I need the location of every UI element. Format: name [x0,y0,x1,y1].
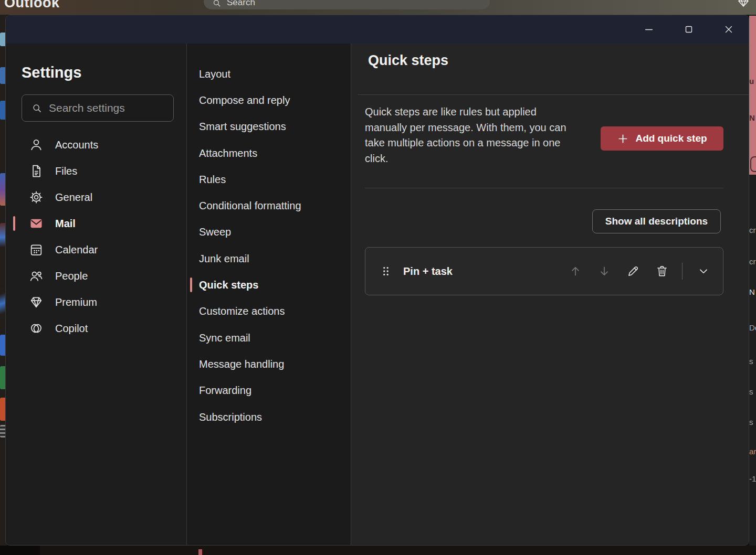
global-search-bar[interactable]: Search [204,0,490,9]
nav-item-label: Attachments [199,147,257,159]
maximize-icon [683,24,695,35]
nav-item-label: Forwarding [199,385,251,397]
clipped-text-fragment: De [749,323,756,332]
nav-item-label: Customize actions [199,305,285,317]
chevron-down-icon [697,264,710,278]
move-down-button[interactable] [596,263,612,279]
minimize-button[interactable] [636,19,662,40]
clipped-text-fragment: cr [749,226,756,234]
background-bottom-strip [0,546,756,555]
settings-categories: Accounts Files General [6,132,186,341]
quick-step-name: Pin + task [403,265,453,278]
nav-item-smart-suggestions[interactable]: Smart suggestions [187,114,351,140]
arrow-up-icon [569,264,582,278]
settings-dialog: Settings Accounts [5,15,749,546]
minimize-icon [643,24,655,35]
edit-button[interactable] [625,263,641,279]
nav-item-customize-actions[interactable]: Customize actions [187,298,351,325]
page-title: Quick steps [368,52,448,69]
sidebar-item-label: Copilot [55,323,88,335]
expand-button[interactable] [696,263,711,279]
clipped-button-fragment [750,156,756,172]
sidebar-item-label: Premium [55,296,97,308]
pencil-icon [626,264,640,278]
dialog-title-bar [6,15,749,44]
clipped-text-fragment: -1 [749,474,756,483]
clipped-text-fragment: N [749,287,755,296]
nav-item-label: Layout [199,68,230,80]
calendar-icon [29,242,44,257]
add-quick-step-button[interactable]: Add quick step [601,126,723,151]
settings-search-box[interactable] [22,94,174,122]
settings-title: Settings [6,44,186,83]
sidebar-item-label: Files [55,165,77,177]
clipped-text-fragment: s [749,387,753,396]
nav-item-label: Sweep [199,226,231,238]
outlook-title-bar: Outlook Search [0,0,756,15]
file-icon [29,164,44,178]
settings-search-input[interactable] [49,102,167,114]
sidebar-item-people[interactable]: People [6,263,186,289]
trash-icon [655,264,669,278]
quick-steps-description: Quick steps are like rules but applied m… [365,104,576,166]
clipped-text-fragment: ar [749,447,756,456]
window-controls [622,15,741,44]
sidebar-item-copilot[interactable]: Copilot [6,315,186,341]
nav-item-label: Rules [199,174,226,186]
screen: Outlook Search u N cr cr N De [0,0,756,555]
global-search-placeholder: Search [227,0,255,8]
close-button[interactable] [716,19,741,40]
clipped-text-fragment: cr [749,257,756,266]
arrow-down-icon [597,264,611,278]
nav-item-rules[interactable]: Rules [187,166,351,193]
sidebar-item-accounts[interactable]: Accounts [6,132,186,158]
divider [358,94,749,95]
quick-steps-panel: Quick steps Quick steps are like rules b… [351,44,749,545]
clipped-text-fragment: N [749,113,755,122]
move-up-button[interactable] [568,263,583,279]
plus-icon [617,133,629,145]
clipped-text-fragment: s [749,357,753,366]
nav-item-conditional-formatting[interactable]: Conditional formatting [187,193,351,219]
nav-item-sweep[interactable]: Sweep [187,219,351,246]
background-corner-block [0,546,40,555]
premium-diamond-icon[interactable] [737,0,750,8]
nav-item-label: Smart suggestions [199,121,286,133]
search-icon [212,0,222,8]
nav-item-attachments[interactable]: Attachments [187,140,351,166]
nav-item-compose-and-reply[interactable]: Compose and reply [187,87,351,113]
sidebar-item-general[interactable]: General [6,184,186,210]
nav-item-layout[interactable]: Layout [187,61,351,87]
nav-item-label: Message handling [199,358,284,370]
unread-indicator-fragment [198,549,202,555]
nav-item-label: Conditional formatting [199,200,301,212]
highlighted-message-fragment: u N [749,16,756,175]
nav-item-sync-email[interactable]: Sync email [187,325,351,351]
sidebar-item-mail[interactable]: Mail [6,210,186,237]
nav-item-label: Subscriptions [199,411,262,423]
sidebar-item-calendar[interactable]: Calendar [6,237,186,263]
show-all-descriptions-button[interactable]: Show all descriptions [592,209,721,233]
add-quick-step-label: Add quick step [635,133,707,144]
nav-item-label: Quick steps [199,279,258,291]
drag-handle-icon[interactable] [380,264,392,278]
nav-item-junk-email[interactable]: Junk email [187,246,351,272]
nav-item-message-handling[interactable]: Message handling [187,351,351,377]
nav-item-quick-steps[interactable]: Quick steps [187,272,351,298]
nav-item-subscriptions[interactable]: Subscriptions [187,404,351,430]
sidebar-item-label: Accounts [55,139,98,151]
selection-indicator [190,278,192,292]
person-icon [29,137,44,152]
nav-item-forwarding[interactable]: Forwarding [187,378,351,404]
message-list-background: u N cr cr N De s s s ar -1 [749,15,756,546]
delete-button[interactable] [654,263,670,279]
close-icon [723,24,734,35]
mail-icon [29,216,44,231]
sidebar-item-files[interactable]: Files [6,158,186,184]
nav-item-label: Junk email [199,253,249,265]
sidebar-item-label: General [55,191,92,204]
gear-icon [29,190,44,205]
selection-indicator [13,216,15,231]
sidebar-item-premium[interactable]: Premium [6,289,186,315]
maximize-button[interactable] [676,19,701,40]
